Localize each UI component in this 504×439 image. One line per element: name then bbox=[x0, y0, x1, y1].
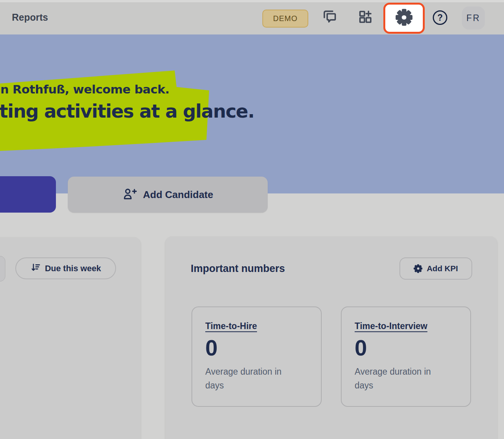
chat-icon bbox=[322, 9, 337, 26]
hero-banner: n Rothfuß, welcome back. ting activities… bbox=[0, 34, 504, 193]
kpi-label-link[interactable]: Time-to-Interview bbox=[355, 321, 427, 331]
cropped-filter-button[interactable] bbox=[0, 256, 5, 282]
kpi-value: 0 bbox=[355, 337, 457, 359]
widget-grid-plus-icon bbox=[358, 9, 373, 26]
kpi-label-link[interactable]: Time-to-Hire bbox=[205, 321, 257, 331]
reports-page: Reports DEMO bbox=[0, 0, 504, 439]
avatar[interactable]: FR bbox=[462, 7, 485, 29]
kpi-tile-time-to-hire: Time-to-Hire 0 Average duration in days bbox=[191, 306, 322, 407]
add-candidate-label: Add Candidate bbox=[143, 189, 213, 201]
demo-badge: DEMO bbox=[262, 10, 308, 28]
gear-icon bbox=[414, 264, 422, 273]
help-button[interactable]: ? bbox=[432, 10, 448, 25]
due-this-week-button[interactable]: Due this week bbox=[15, 257, 116, 279]
primary-action-button[interactable] bbox=[0, 176, 56, 213]
hero-greeting: n Rothfuß, welcome back. bbox=[0, 82, 169, 96]
important-numbers-card: Important numbers Add KPI Time-to-Hire 0… bbox=[165, 237, 497, 439]
settings-highlight-box bbox=[383, 3, 425, 34]
help-icon: ? bbox=[433, 10, 447, 25]
kpi-description: Average duration in days bbox=[205, 365, 301, 392]
kpi-tile-time-to-interview: Time-to-Interview 0 Average duration in … bbox=[341, 306, 471, 407]
top-bar: Reports DEMO bbox=[0, 0, 504, 34]
add-widget-button[interactable] bbox=[358, 10, 373, 25]
page-title: Reports bbox=[12, 12, 48, 23]
kpi-tiles-row: Time-to-Hire 0 Average duration in days … bbox=[191, 306, 471, 407]
settings-button[interactable] bbox=[396, 9, 412, 28]
demo-badge-label: DEMO bbox=[273, 14, 298, 23]
add-kpi-label: Add KPI bbox=[427, 264, 458, 273]
gear-icon bbox=[396, 9, 412, 26]
kpi-value: 0 bbox=[205, 337, 308, 359]
kpi-description: Average duration in days bbox=[355, 365, 450, 392]
add-kpi-button[interactable]: Add KPI bbox=[399, 257, 472, 280]
person-plus-icon bbox=[122, 187, 137, 202]
messages-button[interactable] bbox=[322, 10, 337, 25]
avatar-initials: FR bbox=[466, 13, 481, 23]
add-candidate-button[interactable]: Add Candidate bbox=[68, 177, 268, 213]
tasks-card: Due this week bbox=[0, 238, 141, 439]
due-this-week-label: Due this week bbox=[45, 264, 101, 274]
sort-descending-icon bbox=[30, 262, 41, 274]
card-title: Important numbers bbox=[191, 263, 285, 275]
hero-headline: ting activities at a glance. bbox=[0, 100, 254, 122]
